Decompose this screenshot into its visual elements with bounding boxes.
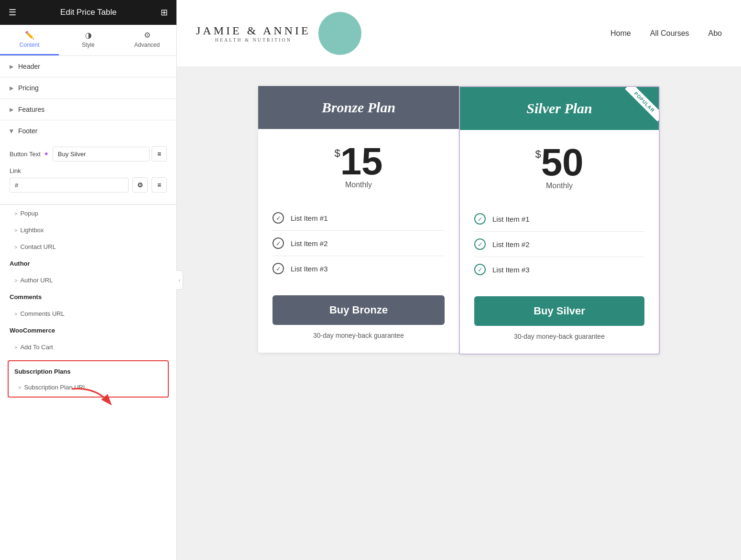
- style-tab-icon: ◑: [85, 31, 92, 40]
- silver-check-2: ✓: [474, 238, 486, 250]
- comments-url-arrow-icon: >: [14, 311, 17, 317]
- tab-advanced[interactable]: ⚙ Advanced: [118, 25, 176, 55]
- silver-check-3: ✓: [474, 264, 486, 275]
- silver-feature-3-label: List Item #3: [492, 266, 530, 274]
- bronze-buy-button[interactable]: Buy Bronze: [272, 295, 445, 325]
- link-input[interactable]: [10, 178, 129, 193]
- hamburger-icon[interactable]: ☰: [9, 7, 16, 18]
- brand-name: JAMIE & ANNIE: [196, 24, 311, 37]
- section-header[interactable]: ▶ Header: [0, 56, 176, 77]
- features-arrow-icon: ▶: [10, 107, 13, 113]
- bronze-feature-2-label: List Item #2: [291, 239, 328, 248]
- popup-label: Popup: [20, 210, 38, 217]
- popular-badge: [616, 87, 659, 130]
- bronze-card-footer: Buy Bronze 30-day money-back guarantee: [258, 286, 459, 353]
- button-text-menu[interactable]: ≡: [152, 146, 167, 162]
- bronze-feature-1-label: List Item #1: [291, 214, 328, 222]
- tab-content[interactable]: ✏️ Content: [0, 25, 59, 55]
- advanced-tab-label: Advanced: [134, 42, 160, 48]
- nav-about[interactable]: Abo: [708, 29, 722, 38]
- bronze-card-header: Bronze Plan: [258, 86, 459, 129]
- silver-card-price: $ 50 Monthly: [460, 130, 659, 202]
- panel-title: Edit Price Table: [60, 8, 117, 17]
- style-tab-label: Style: [82, 42, 95, 48]
- brand-sub: HEALTH & NUTRITION: [196, 37, 311, 43]
- silver-buy-button[interactable]: Buy Silver: [474, 296, 644, 326]
- link-settings-btn[interactable]: ⚙: [132, 177, 148, 193]
- silver-period: Monthly: [469, 182, 649, 190]
- content-tab-label: Content: [19, 42, 39, 48]
- left-panel: ☰ Edit Price Table ⊞ ✏️ Content ◑ Style …: [0, 0, 177, 560]
- link-row: Link ⚙ ≡: [10, 167, 167, 197]
- nav-all-courses[interactable]: All Courses: [650, 29, 689, 38]
- bronze-check-1: ✓: [272, 212, 284, 224]
- comments-url-label: Comments URL: [20, 310, 64, 317]
- bronze-currency: $: [334, 147, 340, 160]
- lightbox-arrow-icon: >: [14, 227, 17, 233]
- bronze-period: Monthly: [268, 181, 449, 189]
- tab-style[interactable]: ◑ Style: [59, 25, 118, 55]
- bronze-guarantee: 30-day money-back guarantee: [272, 332, 445, 339]
- dropdown-lightbox[interactable]: > Lightbox: [0, 222, 176, 238]
- bronze-feature-1: ✓ List Item #1: [272, 205, 445, 231]
- dropdown-list: > Popup > Lightbox > Contact URL Author …: [0, 205, 176, 355]
- footer-header[interactable]: ▶ Footer: [0, 120, 176, 141]
- footer-label: Footer: [18, 127, 37, 135]
- grid-icon[interactable]: ⊞: [161, 7, 168, 18]
- bronze-feature-3-label: List Item #3: [291, 265, 328, 273]
- section-pricing-label: Pricing: [18, 84, 39, 92]
- website-header: JAMIE & ANNIE HEALTH & NUTRITION Home Al…: [177, 0, 741, 67]
- section-pricing[interactable]: ▶ Pricing: [0, 77, 176, 99]
- tab-bar: ✏️ Content ◑ Style ⚙ Advanced: [0, 25, 176, 56]
- panel-content: ▶ Header ▶ Pricing ▶ Features ▶ Footer B…: [0, 56, 176, 560]
- link-input-row: ⚙ ≡: [10, 177, 167, 193]
- nav-home[interactable]: Home: [610, 29, 631, 38]
- silver-feature-3: ✓ List Item #3: [474, 257, 644, 282]
- footer-fields: Button Text ✦ ≡ Link ⚙ ≡: [0, 141, 176, 204]
- silver-card: Silver Plan $ 50 Monthly ✓ List Item #1 …: [459, 86, 660, 355]
- silver-features: ✓ List Item #1 ✓ List Item #2 ✓ List Ite…: [460, 202, 659, 287]
- top-bar: ☰ Edit Price Table ⊞: [0, 0, 176, 25]
- bronze-card-price: $ 15 Monthly: [258, 129, 459, 201]
- dropdown-author-url[interactable]: > Author URL: [0, 272, 176, 289]
- section-header-label: Header: [18, 63, 40, 70]
- button-text-input[interactable]: [53, 147, 150, 162]
- pricing-area: Bronze Plan $ 15 Monthly ✓ List Item #1 …: [177, 67, 741, 560]
- silver-feature-1-label: List Item #1: [492, 215, 530, 223]
- footer-arrow-icon: ▶: [9, 129, 15, 133]
- author-url-label: Author URL: [20, 277, 53, 284]
- silver-check-1: ✓: [474, 213, 486, 225]
- bronze-features: ✓ List Item #1 ✓ List Item #2 ✓ List Ite…: [258, 201, 459, 286]
- dropdown-popup[interactable]: > Popup: [0, 205, 176, 222]
- add-to-cart-label: Add To Cart: [20, 344, 53, 351]
- button-text-label: Button Text ✦: [10, 150, 53, 158]
- right-panel: JAMIE & ANNIE HEALTH & NUTRITION Home Al…: [177, 0, 741, 560]
- silver-amount: 50: [541, 143, 584, 182]
- bronze-amount: 15: [340, 142, 383, 181]
- subscription-plans-label: Subscription Plans: [9, 363, 168, 380]
- red-arrow-annotation: [67, 384, 124, 413]
- bronze-feature-2: ✓ List Item #2: [272, 231, 445, 256]
- woocommerce-group-label: WooCommerce: [0, 322, 176, 339]
- button-text-row: Button Text ✦ ≡: [10, 146, 167, 162]
- section-features-label: Features: [18, 106, 44, 113]
- silver-feature-2-label: List Item #2: [492, 240, 530, 248]
- dropdown-comments-url[interactable]: > Comments URL: [0, 305, 176, 322]
- dropdown-add-to-cart[interactable]: > Add To Cart: [0, 339, 176, 355]
- nav-links: Home All Courses Abo: [610, 29, 722, 38]
- silver-currency: $: [535, 148, 541, 161]
- lightbox-label: Lightbox: [20, 226, 44, 234]
- contact-url-arrow-icon: >: [14, 244, 17, 250]
- link-label: Link: [10, 167, 167, 174]
- add-to-cart-arrow-icon: >: [14, 345, 17, 350]
- section-footer: ▶ Footer Button Text ✦ ≡ Link: [0, 120, 176, 205]
- logo-text-block: JAMIE & ANNIE HEALTH & NUTRITION: [196, 24, 311, 43]
- bronze-card-title: Bronze Plan: [268, 99, 449, 116]
- link-menu-btn[interactable]: ≡: [152, 177, 167, 193]
- collapse-handle[interactable]: ‹: [176, 270, 183, 290]
- section-features[interactable]: ▶ Features: [0, 99, 176, 120]
- bronze-check-3: ✓: [272, 263, 284, 274]
- bronze-check-2: ✓: [272, 237, 284, 249]
- contact-url-label: Contact URL: [20, 243, 55, 250]
- dropdown-contact-url[interactable]: > Contact URL: [0, 238, 176, 255]
